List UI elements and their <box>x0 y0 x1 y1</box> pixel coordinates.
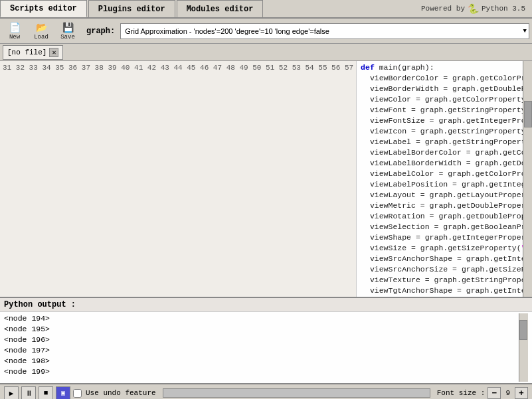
pause-button[interactable]: ⏸ <box>21 386 36 399</box>
tabs-left: Scripts editor Plugins editor Modules ed… <box>0 0 264 17</box>
powered-by: Powered by 🐍 Python 3.5 <box>421 3 525 15</box>
play-button[interactable]: ▶ <box>4 386 19 399</box>
stop-button[interactable]: ■ <box>39 386 53 399</box>
tab-scripts-editor[interactable]: Scripts editor <box>0 0 87 17</box>
tab-plugins-editor[interactable]: Plugins editor <box>88 0 175 17</box>
tab-bar: Scripts editor Plugins editor Modules ed… <box>0 0 532 19</box>
save-button[interactable]: 💾 Save <box>56 21 80 42</box>
scroll-thumb[interactable] <box>524 101 532 127</box>
python-icon: 🐍 <box>468 3 479 15</box>
font-decrease-button[interactable]: − <box>488 387 501 399</box>
progress-bar <box>163 388 430 398</box>
code-scrollbar[interactable] <box>523 61 532 297</box>
file-tab-name: [no file] <box>7 48 46 56</box>
undo-label: Use undo feature <box>86 389 156 397</box>
font-increase-button[interactable]: + <box>515 387 528 399</box>
tab-modules-editor[interactable]: Modules editor <box>177 0 264 17</box>
extra-button[interactable]: ▣ <box>56 386 70 399</box>
file-tab-bar: [no file] ✕ <box>0 44 532 61</box>
file-tab[interactable]: [no file] ✕ <box>3 45 63 60</box>
line-numbers: 31 32 33 34 35 36 37 38 39 40 41 42 43 4… <box>0 61 357 297</box>
python-version: Python 3.5 <box>482 5 525 13</box>
new-button[interactable]: 📄 New <box>3 21 27 42</box>
file-tab-close-button[interactable]: ✕ <box>49 48 58 57</box>
bottom-bar: ▶ ⏸ ■ ▣ Use undo feature Font size : − 9… <box>0 383 532 399</box>
output-content: <node 194> <node 195> <node 196> <node 1… <box>0 312 532 383</box>
new-icon: 📄 <box>9 22 21 33</box>
load-button[interactable]: 📂 Load <box>29 21 53 42</box>
output-scrollbar[interactable] <box>519 313 528 382</box>
code-area: 31 32 33 34 35 36 37 38 39 40 41 42 43 4… <box>0 61 532 297</box>
font-size-label: Font size : <box>437 389 486 397</box>
load-icon: 📂 <box>36 22 47 33</box>
graph-select-wrap: Grid Approximation - 'nodes'=200 'degree… <box>120 23 529 39</box>
toolbar: 📄 New 📂 Load 💾 Save graph: Grid Approxim… <box>0 19 532 44</box>
code-content[interactable]: def main(graph): viewBorderColor = graph… <box>357 61 523 297</box>
output-area: Python output : <node 194> <node 195> <n… <box>0 297 532 383</box>
graph-label: graph: <box>86 27 115 36</box>
graph-select[interactable]: Grid Approximation - 'nodes'=200 'degree… <box>120 23 529 39</box>
undo-checkbox[interactable] <box>73 389 82 398</box>
save-icon: 💾 <box>62 22 74 33</box>
output-text: <node 194> <node 195> <node 196> <node 1… <box>4 313 519 382</box>
output-label: Python output : <box>0 298 532 312</box>
font-size-value: 9 <box>505 389 510 397</box>
output-scroll-thumb[interactable] <box>519 320 527 340</box>
